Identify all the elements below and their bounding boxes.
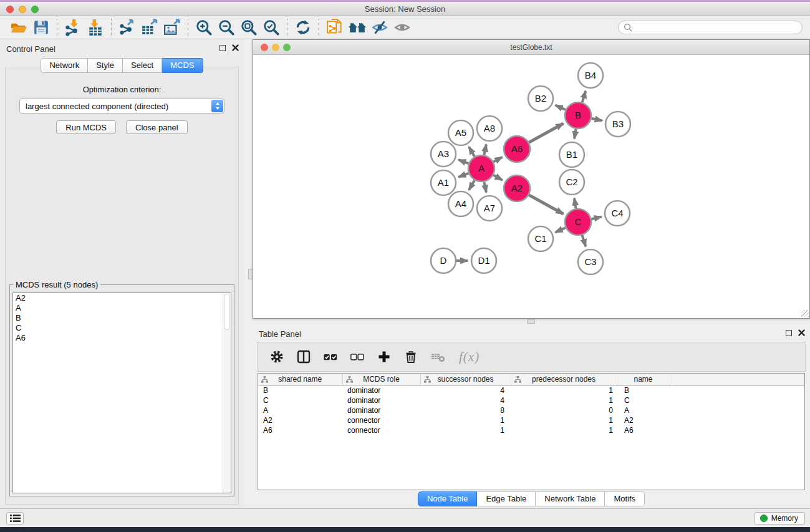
graph-node-C[interactable]: C (565, 209, 591, 235)
graph-node-A1[interactable]: A1 (431, 170, 456, 195)
import-table-button[interactable] (84, 18, 107, 37)
graph-node-B1[interactable]: B1 (559, 142, 584, 167)
open-session-button[interactable] (7, 18, 30, 37)
close-panel-icon[interactable] (232, 44, 239, 51)
tab-node-table[interactable]: Node Table (418, 491, 478, 506)
result-scrollbar-thumb[interactable] (224, 294, 230, 330)
hide-graphics-details-button[interactable] (369, 18, 391, 37)
graph-node-C3[interactable]: C3 (578, 249, 603, 274)
graph-node-A5[interactable]: A5 (448, 120, 473, 145)
mcds-result-item[interactable]: A2 (13, 293, 223, 303)
column-header-mcds-role[interactable]: MCDS role (342, 374, 420, 385)
new-network-from-selection-button[interactable] (324, 18, 346, 37)
close-table-panel-icon[interactable] (798, 329, 805, 336)
table-row[interactable]: Adominator80A (258, 405, 804, 415)
graph-edge-A-A6[interactable] (493, 157, 502, 162)
mcds-result-list[interactable]: A2ABCA6 (12, 293, 231, 493)
export-network-button[interactable] (116, 18, 138, 37)
mcds-result-item[interactable]: A6 (13, 333, 223, 343)
show-graphics-details-button[interactable] (391, 18, 413, 37)
zoom-selected-button[interactable] (260, 18, 282, 37)
graph-edge-B-B1[interactable] (574, 129, 576, 139)
graph-node-A6[interactable]: A6 (504, 136, 530, 162)
graph-node-A8[interactable]: A8 (477, 116, 502, 141)
tab-style[interactable]: Style (88, 58, 123, 73)
window-resize-corner[interactable] (801, 310, 809, 317)
graph-node-A7[interactable]: A7 (477, 196, 502, 221)
graph-edge-A2-C[interactable] (529, 195, 563, 214)
graph-edge-B-B3[interactable] (591, 118, 602, 121)
home-button[interactable] (346, 18, 369, 37)
graph-node-C1[interactable]: C1 (528, 226, 553, 251)
graph-node-D1[interactable]: D1 (471, 248, 496, 273)
tab-network[interactable]: Network (41, 58, 88, 73)
column-header-predecessor-nodes[interactable]: predecessor nodes (511, 374, 617, 385)
graph-node-A4[interactable]: A4 (448, 191, 473, 216)
task-history-button[interactable] (6, 512, 24, 525)
graph-edge-A-A4[interactable] (469, 180, 475, 190)
table-settings-button[interactable] (270, 350, 284, 364)
mcds-result-item[interactable]: B (13, 313, 223, 323)
graph-edge-B-B4[interactable] (582, 91, 586, 102)
horizontal-splitter-handle[interactable] (527, 319, 535, 324)
zoom-out-button[interactable] (215, 18, 238, 37)
table-row[interactable]: A2connector11A2 (258, 415, 804, 425)
optimization-criterion-select[interactable]: largest connected component (directed) (19, 99, 224, 114)
graph-node-D[interactable]: D (431, 248, 456, 273)
graph-edge-C-C3[interactable] (582, 235, 586, 246)
mcds-result-item[interactable]: C (13, 323, 223, 333)
graph-edge-B-B2[interactable] (556, 105, 566, 110)
table-row[interactable]: Bdominator41B (258, 385, 804, 395)
unselect-all-columns-button[interactable] (350, 350, 364, 364)
graph-node-B2[interactable]: B2 (528, 86, 553, 111)
graph-edge-A-A7[interactable] (484, 182, 486, 193)
graph-edge-A-A3[interactable] (458, 160, 468, 163)
column-header-successor-nodes[interactable]: successor nodes (420, 374, 511, 385)
tab-mcds[interactable]: MCDS (162, 58, 203, 73)
save-session-button[interactable] (30, 18, 52, 37)
graph-node-C4[interactable]: C4 (605, 201, 630, 226)
select-all-columns-button[interactable] (324, 350, 337, 364)
float-table-panel-icon[interactable] (786, 330, 792, 336)
memory-button[interactable]: Memory (755, 512, 805, 525)
graph-edge-A-A2[interactable] (493, 175, 502, 180)
result-scrollbar[interactable] (223, 293, 231, 493)
zoom-in-button[interactable] (193, 18, 215, 37)
run-mcds-button[interactable]: Run MCDS (56, 120, 116, 134)
import-network-button[interactable] (62, 18, 84, 37)
show-column-button[interactable] (297, 350, 311, 364)
graph-node-B[interactable]: B (565, 102, 591, 128)
graph-node-C2[interactable]: C2 (559, 170, 584, 195)
graph-edge-C-C2[interactable] (574, 198, 576, 209)
column-header-name[interactable]: name (617, 374, 670, 385)
column-header-shared-name[interactable]: shared name (258, 374, 342, 385)
tab-network-table[interactable]: Network Table (536, 491, 605, 506)
graph-edge-A-A1[interactable] (458, 173, 468, 177)
delete-column-button[interactable] (404, 350, 418, 364)
tab-edge-table[interactable]: Edge Table (477, 491, 536, 506)
graph-edge-A-A8[interactable] (484, 144, 486, 155)
zoom-fit-button[interactable] (238, 18, 260, 37)
network-window-titlebar[interactable]: testGlobe.txt (253, 40, 809, 55)
table-row[interactable]: Cdominator41C (258, 395, 804, 405)
create-column-button[interactable] (377, 350, 391, 364)
graph-edge-C-C1[interactable] (556, 228, 566, 232)
network-graph-svg[interactable]: B4B2BB3A8A5A6A3B1AC2A1A2A4A7C4CC1C3DD1 (253, 56, 809, 318)
tab-motifs[interactable]: Motifs (605, 491, 645, 506)
graph-node-A[interactable]: A (468, 155, 494, 181)
search-field[interactable] (618, 21, 803, 34)
export-table-button[interactable] (138, 18, 161, 37)
apply-layout-button[interactable] (292, 18, 314, 37)
graph-edge-C-C4[interactable] (591, 217, 601, 220)
tab-select[interactable]: Select (123, 58, 162, 73)
graph-node-A2[interactable]: A2 (504, 175, 530, 201)
search-input[interactable] (635, 23, 797, 32)
mcds-result-item[interactable]: A (13, 303, 223, 313)
node-table[interactable]: shared name MCDS role successor nodes (258, 373, 805, 490)
network-canvas[interactable]: B4B2BB3A8A5A6A3B1AC2A1A2A4A7C4CC1C3DD1 (253, 56, 809, 318)
graph-node-B3[interactable]: B3 (605, 112, 630, 137)
export-image-button[interactable] (161, 18, 183, 37)
graph-node-B4[interactable]: B4 (578, 63, 603, 88)
table-row[interactable]: A6connector11A6 (258, 425, 804, 435)
graph-edge-A-A5[interactable] (469, 147, 475, 157)
